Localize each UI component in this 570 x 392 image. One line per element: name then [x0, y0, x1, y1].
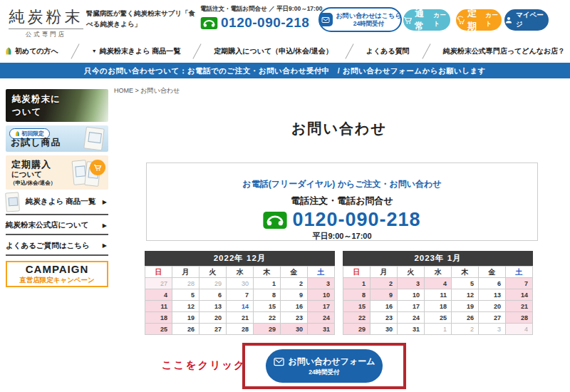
- calendar-day-cell: 28: [172, 278, 200, 289]
- nav-separator: [193, 43, 202, 59]
- calendar-day-cell: 6: [479, 278, 506, 289]
- teiki-line2: について: [11, 170, 42, 180]
- calendar-day-cell: 27: [479, 312, 506, 324]
- nav-separator: [422, 43, 430, 59]
- weekday-header: 月: [172, 267, 200, 278]
- header-phone-label: 電話注文・電話お問合せ ／ 平日9:00～17:00: [200, 5, 314, 14]
- calendar-day-cell: 17: [398, 301, 425, 312]
- sidebar-banner-trial[interactable]: 初回限定 お試し商品: [6, 125, 108, 152]
- calendar-day-cell: 24: [308, 312, 335, 324]
- mypage-button[interactable]: マイページ: [504, 9, 549, 31]
- weekday-header: 金: [281, 267, 308, 278]
- calendar-day-cell: 9: [281, 289, 308, 301]
- nav-separator: [345, 43, 353, 59]
- calendar-title: 2023年 1月: [343, 251, 533, 266]
- contact-pill-button[interactable]: お問い合わせはこちら 24時間受付: [318, 7, 402, 32]
- calendar-day-cell: 5: [172, 289, 200, 301]
- sidebar-item-label: よくあるご質問はこちら: [6, 241, 90, 251]
- calendar-day-cell: 30: [281, 324, 308, 335]
- campaign-title: CAMPAIGN: [7, 264, 107, 276]
- weekday-header: 火: [398, 267, 425, 278]
- chevron-right-icon: ▶: [103, 222, 108, 229]
- chevron-down-icon: ▼: [92, 48, 97, 53]
- sidebar-item-about-store[interactable]: 純炭粉末公式店について ▶: [6, 217, 108, 235]
- nav-item-products[interactable]: ▼ 純炭粉末きよら 商品一覧: [92, 46, 180, 56]
- phone-box-hours: 平日9:00～17:00: [147, 231, 537, 242]
- weekday-header: 土: [506, 267, 533, 278]
- calendar-day-cell: 11: [425, 289, 452, 301]
- phone-box-subheading: 電話注文・電話お問合せ: [147, 195, 537, 207]
- calendar-day-cell: 19: [452, 301, 479, 312]
- calendar-week-row: 45678910: [145, 289, 335, 301]
- calendar-day-cell: 21: [227, 312, 254, 324]
- freedial-icon: [263, 212, 287, 229]
- calendar-week-row: 2930311234: [343, 324, 533, 335]
- calendar-day-cell: 2: [281, 278, 308, 289]
- calendar-day-cell: 29: [343, 324, 370, 335]
- campaign-banner[interactable]: CAMPAIGN 直営店限定キャンペーン: [6, 261, 108, 287]
- contact-form-button-label: お問い合わせフォーム: [289, 356, 375, 368]
- page-title: お問い合わせ: [114, 119, 564, 138]
- contact-form-button[interactable]: お問い合わせフォーム 24時間受付: [266, 349, 383, 383]
- calendar-day-cell: 23: [281, 312, 308, 324]
- calendar-day-cell: 21: [506, 301, 533, 312]
- nav-item-label: 定期購入について（申込/休会/退会）: [214, 46, 333, 56]
- calendar-day-cell: 12: [452, 289, 479, 301]
- nav-item-beginners[interactable]: 初めての方へ: [5, 46, 58, 56]
- calendar-week-row: 891011121314: [343, 289, 533, 301]
- nav-item-faq[interactable]: よくある質問: [366, 46, 410, 56]
- calendar-day-cell: 2: [452, 324, 479, 335]
- mypage-label: マイページ: [516, 11, 549, 29]
- sidebar-item-product-list[interactable]: 純炭きよら 商品一覧 ▶: [6, 190, 108, 215]
- calendar-day-cell: 15: [343, 301, 370, 312]
- weekday-header: 土: [308, 267, 335, 278]
- phone-box-number[interactable]: 0120-090-218: [292, 209, 420, 231]
- sidebar-item-faq[interactable]: よくあるご質問はこちら ▶: [6, 237, 108, 256]
- site-logo[interactable]: 純炭粉末 公式専門店: [9, 6, 83, 39]
- trial-label: お試し商品: [11, 136, 61, 149]
- nav-item-label: 初めての方へ: [15, 46, 58, 56]
- sidebar-banner-subscription[interactable]: 定期購入 について （申込/休会/退会）: [6, 155, 108, 190]
- calendar-day-cell: 3: [398, 278, 425, 289]
- normal-cart-button[interactable]: 通常カート: [403, 9, 450, 31]
- calendar-day-cell: 25: [425, 312, 452, 324]
- normal-cart-label: 通常: [415, 7, 432, 33]
- nav-item-label: 純炭粉末きよら 商品一覧: [100, 46, 180, 56]
- weekday-header: 火: [200, 267, 227, 278]
- calendar-day-cell: 14: [227, 301, 254, 312]
- phone-box-heading: お電話(フリーダイヤル) からご注文・お問い合わせ: [147, 178, 537, 190]
- calendar-day-cell: 24: [398, 312, 425, 324]
- sidebar-item-label: 純炭粉末公式店について: [6, 220, 88, 230]
- nav-separator: [71, 43, 79, 59]
- product-packet-image: [83, 127, 105, 151]
- nav-item-label: よくある質問: [366, 46, 410, 56]
- calendar-day-cell: 4: [425, 278, 452, 289]
- calendar-week-row: 11121314151617: [145, 301, 335, 312]
- header-phone-number[interactable]: 0120-090-218: [221, 15, 309, 31]
- calendar-day-cell: 13: [479, 289, 506, 301]
- logo-title: 純炭粉末: [9, 6, 83, 28]
- logo-subtitle: 公式専門店: [9, 29, 83, 39]
- weekday-header: 水: [425, 267, 452, 278]
- nav-item-about-store[interactable]: 純炭粉末公式専門店ってどんなお店？: [443, 46, 565, 56]
- beginner-mark-icon: [5, 46, 12, 56]
- chevron-right-icon: ▶: [103, 199, 108, 205]
- calendar-weekday-row: 日月火水木金土: [145, 267, 335, 278]
- site-tagline: 腎臓病医が驚く純炭粉末サプリ「食べる純炭きよら」: [86, 9, 199, 29]
- campaign-subtitle: 直営店限定キャンペーン: [7, 276, 107, 285]
- nav-item-label: 純炭粉末公式専門店ってどんなお店？: [443, 46, 565, 56]
- sidebar-banner-about[interactable]: 純炭粉末に ついて: [6, 89, 108, 122]
- breadcrumb[interactable]: HOME > お問い合わせ: [114, 86, 180, 96]
- calendar-week-row: 27282930123: [145, 278, 335, 289]
- site-header: 純炭粉末 公式専門店 腎臓病医が驚く純炭粉末サプリ「食べる純炭きよら」 電話注文…: [0, 0, 570, 39]
- product-thumbnail-image: [5, 192, 20, 212]
- subscription-cart-button[interactable]: 定期カート: [456, 9, 502, 31]
- calendar-december-2022: 2022年 12月 日月火水木金土27282930123456789101112…: [145, 251, 335, 335]
- chevron-right-icon: ▶: [103, 242, 108, 249]
- calendar-week-row: 22232425262728: [343, 312, 533, 324]
- calendar-january-2023: 2023年 1月 日月火水木金土123456789101112131415161…: [343, 251, 533, 335]
- calendar-day-cell: 4: [145, 289, 172, 301]
- cart-circle-icon: [90, 160, 105, 175]
- nav-item-subscription[interactable]: 定期購入について（申込/休会/退会）: [214, 46, 333, 56]
- calendar-day-cell: 1: [425, 324, 452, 335]
